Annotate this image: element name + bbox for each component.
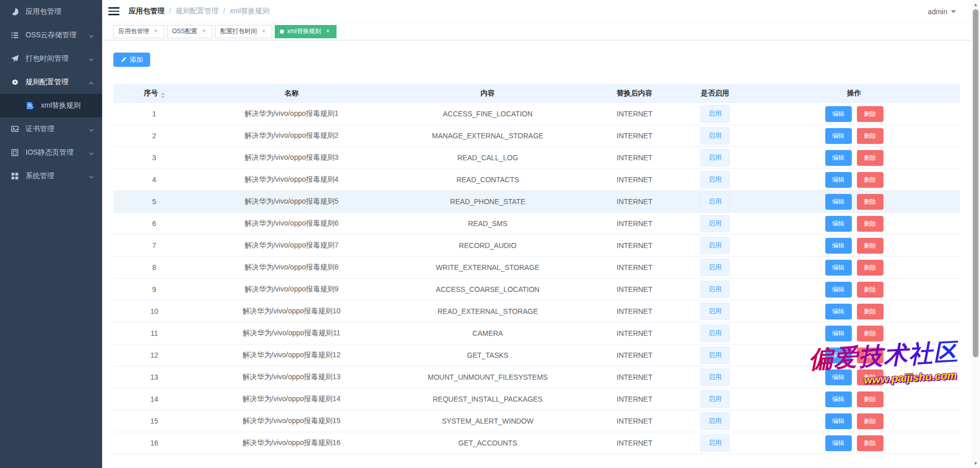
sidebar-item-5[interactable]: xml替换规则: [0, 94, 102, 117]
enable-badge[interactable]: 启用: [700, 368, 730, 386]
cell-enabled: 启用: [682, 215, 748, 232]
cell-index: 12: [113, 351, 195, 359]
edit-button[interactable]: 编辑: [825, 413, 852, 429]
column-header-1[interactable]: 序号: [113, 89, 195, 98]
breadcrumb-separator: /: [169, 7, 171, 16]
tab-1[interactable]: 应用包管理×: [113, 25, 164, 38]
cell-enabled: 启用: [682, 259, 748, 276]
delete-button[interactable]: 删除: [857, 435, 883, 451]
scrollbar-thumb[interactable]: [973, 9, 978, 357]
sidebar-item-3[interactable]: 打包时间管理: [0, 47, 102, 70]
sidebar-item-4[interactable]: 规则配置管理: [0, 70, 102, 94]
cell-content: READ_CALL_LOG: [388, 154, 587, 162]
page-icon: [10, 148, 19, 157]
enable-badge[interactable]: 启用: [700, 149, 730, 166]
edit-button[interactable]: 编辑: [825, 106, 852, 122]
close-icon[interactable]: ×: [260, 28, 267, 35]
add-button[interactable]: 添加: [113, 53, 150, 67]
delete-button[interactable]: 删除: [857, 194, 883, 210]
delete-button[interactable]: 删除: [857, 370, 883, 385]
chevron-down-icon: [89, 32, 94, 37]
delete-button[interactable]: 删除: [857, 150, 883, 166]
cell-actions: 编辑删除: [748, 435, 960, 451]
enable-badge[interactable]: 启用: [700, 281, 730, 298]
edit-button[interactable]: 编辑: [825, 194, 852, 210]
edit-button[interactable]: 编辑: [825, 128, 852, 144]
cell-name: 解决华为/vivo/oppo报毒规则16: [195, 438, 388, 448]
close-icon[interactable]: ×: [324, 28, 331, 35]
cell-actions: 编辑删除: [748, 194, 960, 210]
scrollbar[interactable]: ▲ ▼: [971, 0, 980, 468]
sidebar-item-8[interactable]: 系统管理: [0, 164, 102, 188]
sidebar-item-label: 系统管理: [26, 171, 54, 181]
enable-badge[interactable]: 启用: [700, 303, 730, 320]
delete-button[interactable]: 删除: [857, 172, 883, 188]
edit-button[interactable]: 编辑: [825, 260, 852, 276]
close-icon[interactable]: ×: [152, 28, 159, 35]
cell-content: READ_CONTACTS: [388, 176, 587, 184]
enable-badge[interactable]: 启用: [700, 347, 730, 364]
delete-button[interactable]: 删除: [857, 216, 883, 232]
delete-button[interactable]: 删除: [857, 391, 883, 407]
edit-button[interactable]: 编辑: [825, 150, 852, 166]
enable-badge[interactable]: 启用: [700, 171, 730, 188]
sidebar-item-2[interactable]: OSS云存储管理: [0, 23, 102, 47]
enable-badge[interactable]: 启用: [700, 434, 730, 452]
close-icon[interactable]: ×: [200, 28, 207, 35]
delete-button[interactable]: 删除: [857, 106, 883, 122]
delete-button[interactable]: 删除: [857, 348, 883, 363]
add-button-label: 添加: [130, 55, 143, 64]
enable-badge[interactable]: 启用: [700, 215, 730, 232]
sidebar-item-7[interactable]: IOS静态页管理: [0, 141, 102, 164]
tab-4[interactable]: xml替换规则×: [275, 25, 337, 38]
sort-icon[interactable]: [161, 92, 165, 98]
delete-button[interactable]: 删除: [857, 413, 883, 429]
edit-button[interactable]: 编辑: [825, 391, 852, 407]
enable-badge[interactable]: 启用: [700, 259, 730, 276]
delete-button[interactable]: 删除: [857, 326, 883, 341]
delete-button[interactable]: 删除: [857, 260, 883, 276]
enable-badge[interactable]: 启用: [700, 127, 730, 144]
cell-actions: 编辑删除: [748, 216, 960, 232]
enable-badge[interactable]: 启用: [700, 325, 730, 342]
column-header-label: 是否启用: [701, 89, 729, 97]
sidebar-item-6[interactable]: 证书管理: [0, 117, 102, 141]
tab-3[interactable]: 配置打包时间×: [215, 25, 272, 38]
edit-button[interactable]: 编辑: [825, 435, 852, 451]
breadcrumb-separator: /: [223, 7, 225, 16]
edit-button[interactable]: 编辑: [825, 370, 852, 385]
enable-badge[interactable]: 启用: [700, 412, 730, 430]
cell-enabled: 启用: [682, 347, 748, 364]
scroll-up-icon[interactable]: ▲: [971, 1, 980, 8]
edit-button[interactable]: 编辑: [825, 216, 852, 232]
edit-button[interactable]: 编辑: [825, 282, 852, 298]
scroll-down-icon[interactable]: ▼: [971, 460, 980, 467]
edit-button[interactable]: 编辑: [825, 326, 852, 341]
enable-badge[interactable]: 启用: [700, 237, 730, 254]
chevron-down-icon: [89, 150, 94, 155]
cell-replaced: INTERNET: [587, 351, 682, 359]
column-header-label: 替换后内容: [617, 89, 653, 97]
cell-actions: 编辑删除: [748, 238, 960, 254]
user-menu[interactable]: admin: [928, 0, 956, 23]
tab-2[interactable]: OSS配置×: [167, 25, 212, 38]
edit-button[interactable]: 编辑: [825, 348, 852, 363]
breadcrumb-item[interactable]: 应用包管理: [129, 7, 164, 16]
delete-button[interactable]: 删除: [857, 128, 883, 144]
enable-badge[interactable]: 启用: [700, 105, 730, 122]
cell-content: READ_EXTERNAL_STORAGE: [388, 307, 587, 315]
edit-button[interactable]: 编辑: [825, 172, 852, 188]
enable-badge[interactable]: 启用: [700, 390, 730, 408]
hamburger-menu-icon[interactable]: [108, 7, 119, 15]
sidebar-item-label: OSS云存储管理: [26, 31, 77, 40]
chevron-up-icon: [89, 79, 94, 84]
cell-replaced: INTERNET: [587, 285, 682, 293]
sidebar-menu: 应用包管理OSS云存储管理打包时间管理规则配置管理xml替换规则证书管理IOS静…: [0, 0, 102, 188]
delete-button[interactable]: 删除: [857, 304, 883, 319]
delete-button[interactable]: 删除: [857, 238, 883, 254]
sidebar-item-1[interactable]: 应用包管理: [0, 0, 102, 23]
edit-button[interactable]: 编辑: [825, 304, 852, 319]
edit-button[interactable]: 编辑: [825, 238, 852, 254]
enable-badge[interactable]: 启用: [700, 193, 730, 210]
delete-button[interactable]: 删除: [857, 282, 883, 298]
